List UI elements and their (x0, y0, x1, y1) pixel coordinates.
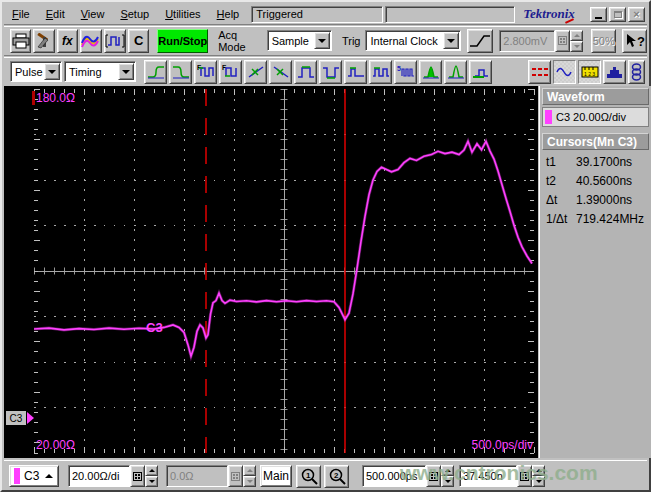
menu-edit[interactable]: Edit (38, 5, 73, 24)
waveform-database-button[interactable] (80, 29, 102, 53)
context-help-button[interactable]: ? (622, 29, 647, 53)
meas-category-dropdown-icon[interactable] (118, 63, 134, 80)
close-button[interactable]: × (628, 7, 645, 22)
timebase-down[interactable] (441, 476, 454, 487)
readout-t2: t2 40.5600ns (542, 169, 649, 188)
trigger-status: Triggered (251, 6, 383, 23)
acquire-pulse-button[interactable] (104, 29, 126, 53)
app-window: File Edit View Setup Utilities Help Trig… (0, 0, 651, 492)
menu-view[interactable]: View (73, 5, 113, 24)
acq-mode-dropdown-icon[interactable] (314, 32, 330, 49)
readout-panel: Waveform C3 20.00Ω/div Cursors(Mn C3) t1… (539, 86, 651, 458)
rise-time-icon (147, 64, 165, 80)
menu-setup[interactable]: Setup (112, 5, 157, 24)
fx-icon: fx (62, 34, 73, 48)
inv-dt-label: 1/Δt (546, 212, 576, 226)
trig-slope-button[interactable] (467, 29, 494, 53)
meas-pos-peak-button[interactable] (419, 60, 442, 84)
c3-stripe (14, 468, 20, 484)
trig-dropdown-icon[interactable] (443, 32, 459, 49)
vertical-scale-value[interactable]: 20.00Ω/di (68, 465, 130, 487)
hposition-spinner[interactable]: 37.450n (459, 465, 545, 487)
meas-fall-time-button[interactable] (169, 60, 192, 84)
meas-pulse-pair-button[interactable] (369, 60, 392, 84)
c3-trace (34, 141, 532, 356)
print-button[interactable] (10, 29, 31, 53)
tools-button[interactable] (33, 29, 54, 53)
readout-t1: t1 39.1700ns (542, 150, 649, 169)
meas-burst-button[interactable] (344, 60, 367, 84)
meas-pos-width-button[interactable] (294, 60, 317, 84)
menu-help[interactable]: Help (209, 5, 248, 24)
sine-icon (556, 64, 574, 80)
waveform-list-item[interactable]: C3 20.00Ω/div (542, 107, 649, 127)
meas-category-select[interactable]: Timing (64, 61, 136, 82)
channel-marker-label: C3 (10, 413, 23, 424)
dt-value: 1.39000ns (576, 193, 632, 207)
meas-category-value: Timing (65, 66, 117, 78)
vscale-up[interactable] (145, 465, 158, 476)
zoom-2-button[interactable]: 2 (324, 465, 349, 488)
main-timebase-button[interactable]: Main (260, 465, 292, 487)
waveform-item-label: C3 20.00Ω/div (556, 111, 626, 123)
acq-mode-label: Acq Mode (218, 29, 261, 53)
fx-button[interactable]: fx (57, 29, 78, 53)
histogram-button[interactable] (603, 60, 626, 84)
meas-cross-falling-button[interactable] (269, 60, 292, 84)
c3-color-swatch (545, 110, 552, 124)
signal-type-select[interactable]: Pulse (10, 61, 62, 82)
vscale-down[interactable] (145, 476, 158, 487)
menu-utilities[interactable]: Utilities (157, 5, 208, 24)
meas-peak-outline-button[interactable] (444, 60, 467, 84)
clear-button[interactable]: C (128, 29, 149, 53)
channel-marker[interactable]: C3 (5, 410, 27, 426)
vscale-keypad-icon[interactable] (130, 465, 145, 487)
main-toolbar: fx C Run/Stop Acq Mode Sample Trig Inter… (4, 26, 647, 56)
ruler-123-icon: 1 2 3 (581, 64, 599, 80)
cursors-icon (531, 64, 549, 80)
meas-cross-rising-button[interactable] (244, 60, 267, 84)
meas-pulse-train-button[interactable]: 5 (394, 60, 417, 84)
readout-button[interactable]: 1 2 3 (578, 60, 601, 84)
eye-diagram-button[interactable] (628, 60, 645, 84)
signal-type-dropdown-icon[interactable] (44, 63, 60, 80)
cross-falling-icon (272, 64, 290, 80)
meas-period-button[interactable]: F (219, 60, 242, 84)
channel-select-label: C3 (24, 469, 39, 483)
vertical-scale-spinner[interactable]: 20.00Ω/di (68, 465, 158, 487)
minimize-button[interactable] (590, 7, 607, 22)
timebase-keypad-icon[interactable] (426, 465, 441, 487)
pulse-train-icon: 5 (397, 64, 415, 80)
timebase-value[interactable]: 500.000ps (362, 465, 426, 487)
cursors-button[interactable] (528, 60, 551, 84)
hposition-up[interactable] (532, 465, 545, 476)
acq-mode-value: Sample (268, 35, 313, 47)
meas-neg-width-button[interactable] (319, 60, 342, 84)
menu-file[interactable]: File (4, 5, 38, 24)
meas-rise-time-button[interactable] (144, 60, 167, 84)
run-stop-button[interactable]: Run/Stop (157, 29, 208, 53)
trig-source-select[interactable]: Internal Clock (365, 30, 460, 51)
low-level-icon (472, 64, 490, 80)
channel-select-button[interactable]: C3 (9, 465, 59, 487)
acq-mode-select[interactable]: Sample (267, 30, 332, 51)
svg-text:?: ? (637, 34, 645, 49)
color-waveform-icon (81, 33, 101, 49)
meas-frequency-button[interactable]: F (194, 60, 217, 84)
timebase-spinner[interactable]: 500.000ps (362, 465, 454, 487)
t2-label: t2 (546, 174, 576, 188)
offset-value: 0.0Ω (166, 465, 228, 487)
hposition-value[interactable]: 37.450n (459, 465, 517, 487)
help-cursor-icon: ? (625, 33, 645, 49)
printer-icon (12, 33, 30, 49)
meas-low-level-button[interactable] (469, 60, 492, 84)
hposition-down[interactable] (532, 476, 545, 487)
maximize-button[interactable] (609, 7, 626, 22)
signal-type-value: Pulse (11, 66, 43, 78)
waveform-display-button[interactable] (553, 60, 576, 84)
zoom-1-button[interactable]: 1 (296, 465, 321, 488)
hposition-keypad-icon[interactable] (517, 465, 532, 487)
timebase-up[interactable] (441, 465, 454, 476)
trig-level-down (570, 41, 583, 52)
waveform-plot[interactable]: C3 180.0Ω 20.00Ω 500.0ps/div C3 (4, 86, 538, 458)
